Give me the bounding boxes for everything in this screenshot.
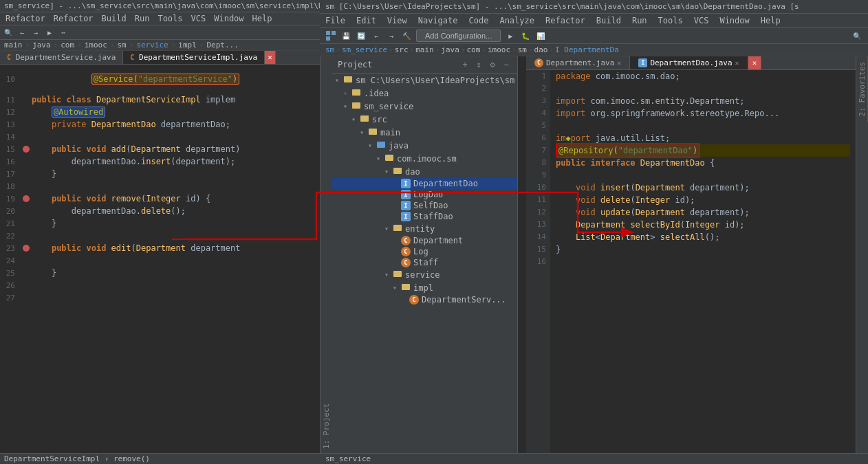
right-line-9 — [556, 169, 850, 181]
toolbar-search-btn[interactable]: 🔍 — [3, 27, 14, 38]
right-line-13: Department selectById(Integer id); — [556, 219, 850, 231]
tree-item-logdao[interactable]: I LogDao — [332, 189, 517, 200]
toolbar-forward-btn[interactable]: → — [30, 27, 41, 38]
menu-vcs[interactable]: VCS — [191, 14, 206, 23]
favorites-tab[interactable]: 2: Favorites — [856, 56, 868, 122]
tab-departmentdao-java[interactable]: I DepartmentDao.java ✕ — [630, 56, 748, 69]
menu-help[interactable]: Help — [252, 14, 272, 23]
tab-more-left[interactable]: ✕ — [265, 51, 276, 64]
breadcrumb-sm2[interactable]: sm — [518, 45, 527, 54]
code-line-11: 11 public class DepartmentServiceImpl im… — [0, 93, 320, 106]
editor-area: C Department.java ✕ I DepartmentDao.java… — [526, 56, 856, 453]
tab-close-red[interactable]: ✕ — [748, 56, 762, 69]
tree-item-selfdao[interactable]: I SelfDao — [332, 200, 517, 211]
add-configuration-btn[interactable]: Add Configuration... — [416, 30, 501, 42]
tree-item-impl[interactable]: ▾ impl — [332, 281, 517, 294]
breadcrumb-dao[interactable]: dao — [534, 45, 548, 54]
sidebar-collapse-btn[interactable]: ↕ — [473, 59, 484, 70]
toolbar-run-btn[interactable]: ▶ — [44, 27, 55, 38]
sidebar-settings-btn[interactable]: ⚙ — [487, 59, 498, 70]
coverage-btn[interactable]: 📊 — [535, 30, 546, 41]
breadcrumb-imooc[interactable]: imooc — [488, 45, 510, 54]
menu-window[interactable]: Window — [214, 14, 243, 23]
tree-item-java[interactable]: ▾ java — [332, 139, 517, 152]
menu-window2[interactable]: Window — [719, 16, 749, 25]
svg-rect-14 — [402, 284, 410, 290]
tree-item-service[interactable]: ▾ service — [332, 268, 517, 281]
menu-refactor[interactable]: Refactor — [54, 14, 94, 23]
tree-item-departmentserv[interactable]: C DepartmentServ... — [332, 294, 517, 305]
tree-item-entity[interactable]: ▾ entity — [332, 222, 517, 235]
right-status-text: sm_service — [325, 454, 371, 463]
code-line-26: 26 — [0, 279, 320, 291]
tree-item-log[interactable]: C Log — [332, 246, 517, 257]
tab-departmentserviceimpl[interactable]: C DepartmentServiceImpl.java — [123, 51, 265, 64]
tree-item-main[interactable]: ▾ main — [332, 126, 517, 139]
menu-edit[interactable]: Edit — [356, 16, 376, 25]
breadcrumb-sm[interactable]: sm — [325, 45, 334, 54]
right-line-8: public interface DepartmentDao { — [556, 157, 850, 169]
breadcrumb-sm-service[interactable]: sm_service — [342, 45, 387, 54]
breadcrumb-java[interactable]: java — [441, 45, 459, 54]
menu-file[interactable]: File — [325, 16, 345, 25]
tree-item-department[interactable]: C Department — [332, 235, 517, 246]
left-menu-bar: Refactor Refactor Build Run Tools VCS Wi… — [0, 12, 320, 25]
file-tree: ▾ sm C:\Users\User\IdeaProjects\sm › .id… — [332, 74, 517, 453]
menu-build[interactable]: Build — [102, 14, 127, 23]
project-tab[interactable]: 1: Project — [320, 56, 332, 453]
run-btn2[interactable]: ▶ — [505, 30, 516, 41]
tree-item-com-imooc-sm[interactable]: ▾ com.imooc.sm — [332, 152, 517, 165]
breadcrumb-com[interactable]: com — [466, 45, 480, 54]
toolbar-more-btn[interactable]: ⋯ — [58, 27, 69, 38]
menu-help2[interactable]: Help — [761, 16, 781, 25]
tab-department-java[interactable]: C Department.java ✕ — [526, 56, 630, 69]
editor-tabs: C Department.java ✕ I DepartmentDao.java… — [526, 56, 856, 70]
tree-item-sm-service[interactable]: ▾ sm_service — [332, 100, 517, 113]
menu-refactor2[interactable]: Refactor — [545, 16, 585, 25]
code-line-18: 18 — [0, 180, 320, 192]
menu-vcs2[interactable]: VCS — [694, 16, 709, 25]
right-line-14: List<Department> selectAll(); — [556, 231, 850, 243]
search-btn[interactable]: 🔍 — [851, 30, 862, 41]
breadcrumb-main[interactable]: main — [415, 45, 434, 54]
right-menu-bar: File Edit View Navigate Code Analyze Ref… — [320, 14, 868, 28]
left-panel: sm_service] - ...\sm_service\src\main\ja… — [0, 0, 320, 464]
tree-item-staffdao[interactable]: I StaffDao — [332, 211, 517, 222]
menu-tools2[interactable]: Tools — [658, 16, 683, 25]
tree-item-staff[interactable]: C Staff — [332, 257, 517, 268]
tree-item-dao[interactable]: ▾ dao — [332, 165, 517, 178]
menu-analyze[interactable]: Refactor — [6, 14, 45, 23]
left-title-bar: sm_service] - ...\sm_service\src\main\ja… — [0, 0, 320, 12]
sidebar-add-btn[interactable]: + — [459, 59, 470, 70]
menu-analyze2[interactable]: Analyze — [499, 16, 534, 25]
debug-btn[interactable]: 🐛 — [520, 30, 531, 41]
menu-code[interactable]: Code — [469, 16, 489, 25]
tree-item-sm-root[interactable]: ▾ sm C:\Users\User\IdeaProjects\sm — [332, 74, 517, 87]
sync-btn[interactable]: 🔄 — [356, 30, 367, 41]
project-icon — [325, 30, 336, 41]
code-line-21: 21 } — [0, 217, 320, 230]
forward-btn[interactable]: → — [386, 30, 397, 41]
favorites-panel: 2: Favorites — [856, 56, 868, 453]
menu-run2[interactable]: Run — [632, 16, 647, 25]
menu-tools[interactable]: Tools — [158, 14, 182, 23]
menu-run[interactable]: Run — [135, 14, 150, 23]
svg-rect-1 — [332, 31, 336, 35]
breadcrumb-departmentdao[interactable]: I DepartmentDa — [555, 45, 619, 54]
breadcrumb-src[interactable]: src — [395, 45, 409, 54]
sidebar-close-btn[interactable]: − — [501, 59, 512, 70]
tab-departmentservice[interactable]: C DepartmentService.java — [0, 51, 123, 64]
code-line-13: 13 private DepartmentDao departmentDao; — [0, 118, 320, 131]
hammer-btn[interactable]: 🔨 — [401, 30, 412, 41]
save-btn[interactable]: 💾 — [340, 30, 351, 41]
right-line-3: import com.imooc.sm.entity.Department; — [556, 95, 850, 107]
tree-item-departmentdao[interactable]: I DepartmentDao — [332, 178, 517, 189]
right-content: 1: Project Project + ↕ ⚙ − — [320, 56, 868, 453]
menu-view[interactable]: View — [387, 16, 407, 25]
toolbar-back-btn[interactable]: ← — [17, 27, 28, 38]
menu-build2[interactable]: Build — [596, 16, 621, 25]
tree-item-src[interactable]: ▾ src — [332, 113, 517, 126]
tree-item-idea[interactable]: › .idea — [332, 87, 517, 100]
menu-navigate[interactable]: Navigate — [418, 16, 458, 25]
back-btn[interactable]: ← — [371, 30, 382, 41]
